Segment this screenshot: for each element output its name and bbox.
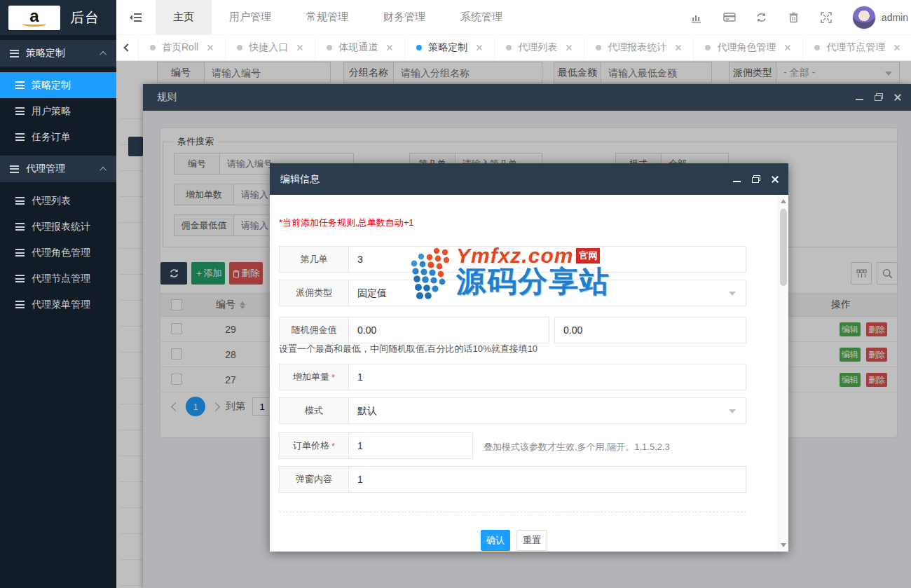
list-icon: [15, 197, 25, 205]
list-icon: [15, 81, 25, 89]
scroll-down-icon[interactable]: [781, 543, 786, 547]
scrollbar-thumb[interactable]: [780, 209, 787, 286]
tab-label: 代理节点管理: [826, 41, 885, 54]
fullscreen-button[interactable]: [810, 12, 842, 23]
tab-strategy-custom[interactable]: 策略定制: [405, 35, 495, 60]
chevron-up-icon: [100, 166, 107, 173]
popup-content-input[interactable]: [348, 466, 746, 493]
order-price-label-text: 订单价格: [293, 439, 329, 452]
card-button[interactable]: [713, 12, 746, 22]
tab-close-icon[interactable]: [784, 44, 791, 51]
edit-modal-title: 编辑信息: [280, 173, 320, 186]
tab-dot-icon: [416, 45, 422, 50]
commission-type-select[interactable]: 固定值: [348, 280, 746, 306]
commission-type-value: 固定值: [357, 287, 387, 299]
refresh-icon: [755, 12, 767, 23]
edit-modal-titlebar[interactable]: 编辑信息: [270, 163, 788, 195]
sidebar-item-task-order[interactable]: 任务订单: [0, 124, 116, 150]
tab-home-roll[interactable]: 首页Roll: [139, 35, 226, 60]
random-commission-min-input[interactable]: [348, 317, 549, 343]
logo-row[interactable]: a 后台: [0, 0, 116, 35]
tab-close-icon[interactable]: [675, 44, 682, 51]
mode-select[interactable]: 默认: [348, 397, 746, 424]
tab-close-icon[interactable]: [207, 44, 214, 51]
sidebar-group-label: 策略定制: [26, 47, 65, 60]
list-icon: [15, 133, 25, 141]
sidebar-item-agent-list[interactable]: 代理列表: [0, 188, 116, 214]
quantity-label: 增加单量 *: [279, 364, 349, 390]
tab-dot-icon: [150, 45, 156, 50]
restore-icon[interactable]: [751, 175, 761, 184]
sidebar-item-agent-report[interactable]: 代理报表统计: [0, 214, 116, 240]
nav-finance-mgmt[interactable]: 财务管理: [366, 0, 443, 34]
tab-close-icon[interactable]: [296, 44, 303, 51]
nav-user-mgmt[interactable]: 用户管理: [212, 0, 289, 34]
username[interactable]: admin: [882, 12, 908, 23]
credit-card-icon: [723, 12, 736, 22]
user-avatar[interactable]: [852, 6, 876, 29]
amazon-logo: a: [8, 6, 60, 30]
fold-menu-icon: [130, 13, 142, 22]
edit-modal-note: *当前添加任务规则,总单数自动+1: [279, 217, 414, 229]
trash-button[interactable]: [778, 12, 810, 23]
tab-agent-report[interactable]: 代理报表统计: [584, 35, 694, 60]
list-icon: [15, 249, 25, 257]
sidebar-item-label: 用户策略: [32, 105, 71, 118]
tab-label: 代理角色管理: [717, 41, 776, 54]
quantity-input[interactable]: [348, 364, 746, 390]
sidebar-item-label: 任务订单: [32, 131, 71, 144]
tab-dot-icon: [814, 45, 820, 50]
nav-label: 财务管理: [383, 11, 425, 24]
list-icon: [10, 165, 19, 173]
sidebar-item-strategy-custom[interactable]: 策略定制: [0, 72, 116, 98]
sidebar-group-strategy[interactable]: 策略定制: [0, 40, 116, 67]
modal-scrollbar[interactable]: [778, 195, 788, 552]
sidebar-item-agent-role[interactable]: 代理角色管理: [0, 240, 116, 266]
order-price-help: 叠加模式该参数才生效,多个用,隔开。1,1.5,2.3: [484, 441, 670, 453]
tab-close-icon[interactable]: [476, 44, 483, 51]
brand-title: 后台: [70, 8, 100, 27]
sidebar-item-agent-node[interactable]: 代理节点管理: [0, 266, 116, 292]
sidebar-fold-button[interactable]: [116, 0, 156, 34]
tabs-scroll-left-button[interactable]: [116, 35, 139, 60]
tab-close-icon[interactable]: [893, 44, 900, 51]
nav-general-mgmt[interactable]: 常规管理: [289, 0, 366, 34]
tab-dot-icon: [596, 45, 601, 50]
mode-label: 模式: [279, 397, 349, 424]
tab-agent-list[interactable]: 代理列表: [495, 35, 584, 60]
tab-label: 快捷入口: [249, 41, 288, 54]
order-price-input[interactable]: [348, 432, 473, 459]
confirm-button[interactable]: 确认: [481, 530, 510, 551]
random-commission-max-input[interactable]: [554, 317, 746, 343]
popup-content-label: 弹窗内容: [279, 466, 349, 493]
sidebar-item-agent-menu[interactable]: 代理菜单管理: [0, 292, 116, 317]
nav-home[interactable]: 主页: [156, 0, 212, 34]
list-icon: [10, 50, 19, 57]
tab-close-icon[interactable]: [566, 44, 573, 51]
tab-close-icon[interactable]: [386, 44, 393, 51]
required-mark: *: [331, 372, 335, 383]
nav-system-mgmt[interactable]: 系统管理: [443, 0, 520, 34]
list-icon: [15, 223, 25, 231]
tab-quick-entry[interactable]: 快捷入口: [226, 35, 315, 60]
minimize-icon[interactable]: [732, 175, 742, 184]
chart-button[interactable]: [681, 12, 713, 23]
tab-agent-role[interactable]: 代理角色管理: [694, 35, 803, 60]
sidebar-item-label: 代理角色管理: [32, 247, 90, 259]
close-icon[interactable]: [770, 175, 780, 184]
tab-dot-icon: [506, 45, 512, 50]
scroll-up-icon[interactable]: [781, 199, 786, 203]
tab-agent-node[interactable]: 代理节点管理: [803, 35, 911, 60]
reset-button[interactable]: 重置: [516, 530, 547, 551]
order-number-input[interactable]: [348, 246, 746, 273]
sidebar-group-agent[interactable]: 代理管理: [0, 156, 116, 182]
sidebar-item-label: 代理报表统计: [32, 221, 90, 233]
chevron-left-icon: [123, 43, 131, 51]
caret-down-icon: [729, 292, 736, 296]
tab-dot-icon: [327, 45, 332, 50]
tab-withdraw-channel[interactable]: 体现通道: [315, 35, 405, 60]
refresh-button[interactable]: [746, 12, 778, 23]
sidebar-item-user-strategy[interactable]: 用户策略: [0, 98, 116, 124]
tab-label: 首页Roll: [162, 41, 198, 54]
order-price-label: 订单价格 *: [279, 432, 349, 459]
